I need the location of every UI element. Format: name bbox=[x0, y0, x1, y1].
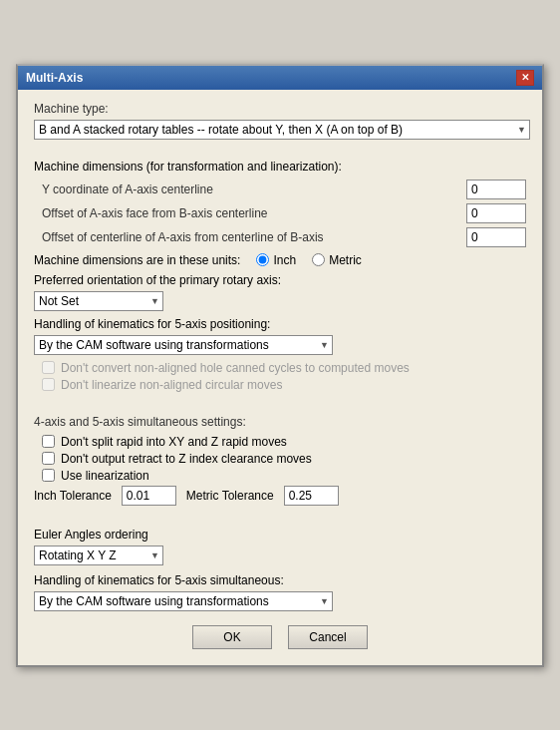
euler-angles-wrapper: Rotating X Y Z Static X Y Z ZYX ZYZ bbox=[34, 546, 163, 565]
split-rapid-label: Don't split rapid into XY and Z rapid mo… bbox=[61, 435, 287, 449]
euler-angles-select[interactable]: Rotating X Y Z Static X Y Z ZYX ZYZ bbox=[34, 546, 163, 565]
split-rapid-checkbox[interactable] bbox=[42, 435, 55, 448]
machine-type-select-wrapper: B and A stacked rotary tables -- rotate … bbox=[34, 120, 530, 140]
checkbox-split-rapid: Don't split rapid into XY and Z rapid mo… bbox=[34, 435, 526, 449]
linearization-label: Use linearization bbox=[61, 469, 149, 483]
linearization-checkbox[interactable] bbox=[42, 469, 55, 482]
dim-label-3: Offset of centerline of A-axis from cent… bbox=[42, 230, 324, 244]
linearize-circular-checkbox bbox=[42, 378, 55, 391]
radio-item-metric: Metric bbox=[312, 253, 362, 267]
checkbox-linearization: Use linearization bbox=[34, 469, 526, 483]
machine-dimensions-label: Machine dimensions (for transformation a… bbox=[34, 160, 526, 174]
kinematics-simultaneous-select[interactable]: By the CAM software using transformation… bbox=[34, 591, 333, 611]
dim-row-3: Offset of centerline of A-axis from cent… bbox=[34, 227, 526, 247]
dim-input-2[interactable] bbox=[466, 203, 526, 223]
preferred-orientation-wrapper: Not Set X Y Z bbox=[34, 291, 163, 311]
inch-radio[interactable] bbox=[256, 253, 269, 266]
dim-label-1: Y coordinate of A-axis centerline bbox=[42, 182, 213, 196]
metric-tolerance-input[interactable] bbox=[284, 486, 339, 506]
output-retract-checkbox[interactable] bbox=[42, 452, 55, 465]
metric-label: Metric bbox=[329, 253, 362, 267]
dim-input-3[interactable] bbox=[466, 227, 526, 247]
euler-angles-label: Euler Angles ordering bbox=[34, 528, 526, 542]
dialog-content: Machine type: B and A stacked rotary tab… bbox=[18, 90, 542, 665]
inch-tolerance-input[interactable] bbox=[122, 486, 176, 506]
dim-row-2: Offset of A-axis face from B-axis center… bbox=[34, 203, 526, 223]
kinematics-simultaneous-wrapper: By the CAM software using transformation… bbox=[34, 591, 333, 611]
dialog-title: Multi-Axis bbox=[26, 71, 83, 85]
inch-tolerance-label: Inch Tolerance bbox=[34, 489, 112, 503]
preferred-orientation-select[interactable]: Not Set X Y Z bbox=[34, 291, 163, 311]
metric-tolerance-label: Metric Tolerance bbox=[186, 489, 274, 503]
kinematics-positioning-wrapper: By the CAM software using transformation… bbox=[34, 335, 333, 355]
checkbox-output-retract: Don't output retract to Z index clearanc… bbox=[34, 452, 526, 466]
dim-label-2: Offset of A-axis face from B-axis center… bbox=[42, 206, 268, 220]
kinematics-simultaneous-label: Handling of kinematics for 5-axis simult… bbox=[34, 573, 526, 587]
machine-type-label: Machine type: bbox=[34, 102, 526, 116]
linearize-circular-label: Don't linearize non-aligned circular mov… bbox=[61, 378, 282, 392]
units-label: Machine dimensions are in these units: bbox=[34, 253, 240, 267]
kinematics-positioning-label: Handling of kinematics for 5-axis positi… bbox=[34, 317, 526, 331]
radio-item-inch: Inch bbox=[256, 253, 296, 267]
dim-input-1[interactable] bbox=[466, 180, 526, 199]
title-bar: Multi-Axis ✕ bbox=[18, 66, 542, 90]
ok-button[interactable]: OK bbox=[192, 625, 272, 649]
hole-canned-checkbox bbox=[42, 361, 55, 374]
four-five-axis-label: 4-axis and 5-axis simultaneous settings: bbox=[34, 415, 526, 429]
dim-row-1: Y coordinate of A-axis centerline bbox=[34, 180, 526, 199]
units-radio-group: Inch Metric bbox=[256, 253, 361, 267]
metric-radio[interactable] bbox=[312, 253, 325, 266]
hole-canned-label: Don't convert non-aligned hole canned cy… bbox=[61, 361, 410, 375]
close-button[interactable]: ✕ bbox=[516, 70, 534, 86]
kinematics-positioning-select[interactable]: By the CAM software using transformation… bbox=[34, 335, 333, 355]
machine-type-select[interactable]: B and A stacked rotary tables -- rotate … bbox=[34, 120, 530, 140]
units-row: Machine dimensions are in these units: I… bbox=[34, 253, 526, 267]
checkbox-hole-canned: Don't convert non-aligned hole canned cy… bbox=[34, 361, 526, 375]
inch-label: Inch bbox=[273, 253, 296, 267]
cancel-button[interactable]: Cancel bbox=[288, 625, 368, 649]
button-row: OK Cancel bbox=[34, 625, 526, 653]
multi-axis-dialog: Multi-Axis ✕ Machine type: B and A stack… bbox=[16, 64, 544, 667]
tolerance-row: Inch Tolerance Metric Tolerance bbox=[34, 486, 526, 506]
preferred-orientation-label: Preferred orientation of the primary rot… bbox=[34, 273, 526, 287]
output-retract-label: Don't output retract to Z index clearanc… bbox=[61, 452, 312, 466]
checkbox-linearize-circular: Don't linearize non-aligned circular mov… bbox=[34, 378, 526, 392]
